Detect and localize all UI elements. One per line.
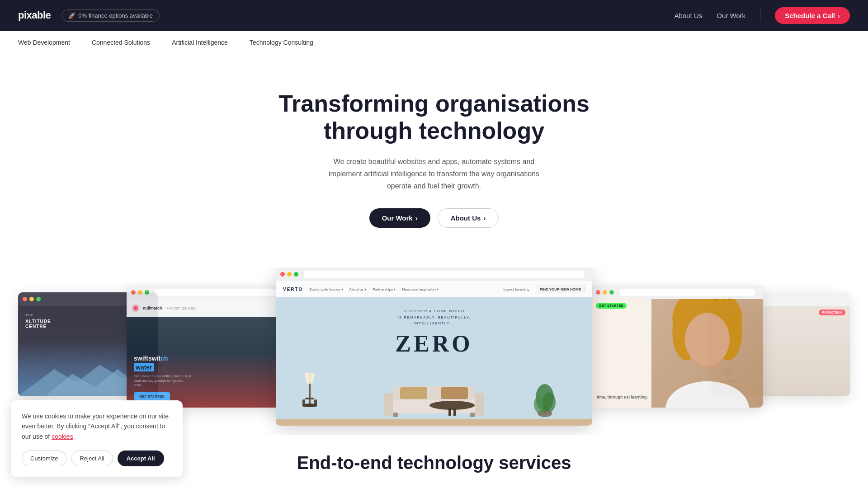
- logo-icon: [131, 304, 140, 313]
- schedule-call-button[interactable]: Schedule a Call ›: [775, 7, 850, 24]
- our-work-button[interactable]: Our Work ›: [369, 208, 430, 228]
- dot-green-left: [145, 290, 149, 295]
- hero-buttons: Our Work › About Us ›: [18, 208, 850, 228]
- browser-right: GET STARTED time, through ual learning: [591, 286, 763, 408]
- browser-bar-left: [127, 286, 298, 299]
- center-content: VERTO Sustainable homes ▾ About us ▾ Par…: [276, 281, 592, 426]
- swiftswitch-btn: GET STARTED: [134, 391, 170, 401]
- browser-left: nullmatch +44 207 193 1424 swiftswitch w…: [127, 286, 298, 408]
- verto-nav-news: News and inspiration ▾: [402, 287, 439, 291]
- svg-rect-9: [400, 387, 427, 399]
- url-bar-right: [620, 289, 755, 296]
- left-hero: swiftswitch water Take control of your u…: [127, 317, 298, 405]
- svg-point-20: [543, 392, 556, 412]
- left-brand: nullmatch: [143, 306, 162, 310]
- portrait-bg: [651, 299, 763, 408]
- dot-red-right: [596, 290, 600, 295]
- reject-all-button[interactable]: Reject All: [71, 450, 113, 466]
- verto-zero: ZERO: [294, 332, 574, 356]
- browser-center: VERTO Sustainable homes ▾ About us ▾ Par…: [276, 267, 592, 426]
- navbar-right: About Us Our Work Schedule a Call ›: [675, 7, 850, 24]
- table-svg: [425, 400, 479, 418]
- promo-badge: PROMOTION: [819, 310, 845, 315]
- get-started: GET STARTED: [134, 392, 170, 401]
- verto-nav: VERTO Sustainable homes ▾ About us ▾ Par…: [276, 281, 592, 297]
- phone-number: +44 207 193 1424: [167, 306, 196, 310]
- right-content: GET STARTED time, through ual learning: [591, 299, 763, 408]
- time-text: time, through ual learning.: [597, 395, 648, 399]
- browser-bar-center: [276, 267, 592, 281]
- plant-svg: [533, 382, 556, 418]
- dot-red-center: [280, 272, 285, 277]
- nav-about-us[interactable]: About Us: [675, 12, 703, 19]
- browser-bar-right: [591, 286, 763, 299]
- hero-section: Transforming organisations through techn…: [0, 54, 868, 267]
- svg-point-13: [429, 401, 475, 410]
- swiftswitch-content: swiftswitch water Take control of your u…: [134, 355, 193, 387]
- nav-our-work[interactable]: Our Work: [717, 12, 745, 19]
- left-content: nullmatch +44 207 193 1424 swiftswitch w…: [127, 299, 298, 408]
- svg-rect-14: [448, 408, 451, 416]
- svg-rect-11: [393, 413, 398, 417]
- url-bar-left: [155, 289, 290, 296]
- cookie-link[interactable]: cookies: [52, 433, 73, 440]
- subnav: Web Development Connected Solutions Arti…: [0, 31, 868, 54]
- lamp: [301, 373, 319, 420]
- svg-point-4: [134, 307, 137, 310]
- url-bar-center: [304, 271, 584, 278]
- left-nav: nullmatch +44 207 193 1424: [127, 299, 298, 317]
- right-text: time, through ual learning.: [597, 394, 648, 401]
- portrait-svg: [651, 299, 763, 408]
- subnav-item-ai[interactable]: Artificial Intelligence: [172, 37, 228, 48]
- verto-nav-item: Sustainable homes ▾: [309, 287, 343, 291]
- coffee-table: [425, 400, 479, 420]
- hero-subtitle: We create beautiful websites and apps, a…: [316, 155, 552, 192]
- about-us-button[interactable]: About Us ›: [438, 208, 499, 228]
- arrow-icon: ›: [838, 12, 840, 19]
- lamp-svg: [301, 373, 319, 418]
- dot-yellow: [29, 297, 34, 301]
- svg-point-25: [302, 404, 317, 407]
- swiftswitch-brand: swiftswitch: [134, 355, 193, 362]
- swiftswitch-sub: Take control of your utilities, find the…: [134, 374, 193, 387]
- customize-button[interactable]: Customize: [22, 450, 66, 466]
- dot-green: [36, 297, 41, 301]
- svg-marker-26: [304, 373, 315, 384]
- arrow-right-icon: ›: [415, 214, 418, 222]
- verto-impact: Impact investing: [503, 287, 529, 291]
- get-started-badge: GET STARTED: [596, 303, 627, 309]
- svg-point-31: [685, 313, 730, 366]
- sofa-scene: [276, 360, 592, 426]
- verto-nav-partnerships: Partnerships ▾: [373, 287, 396, 291]
- verto-hero: DISCOVER A HOME WHICHIS REMARKABLY, BEAU…: [276, 297, 592, 356]
- dot-yellow-left: [138, 290, 142, 295]
- finance-badge: 🚀 0% finance options available: [61, 9, 160, 22]
- floor: [276, 419, 592, 426]
- dot-red-left: [131, 290, 136, 295]
- verto-tagline: DISCOVER A HOME WHICHIS REMARKABLY, BEAU…: [294, 308, 574, 327]
- plant: [533, 382, 556, 420]
- verto-nav-about: About us ▾: [349, 287, 367, 291]
- dot-red: [23, 297, 27, 301]
- accept-all-button[interactable]: Accept All: [118, 450, 164, 466]
- swiftswitch-water: water: [134, 363, 154, 371]
- arrow-right-icon: ›: [483, 214, 486, 222]
- cookie-buttons: Customize Reject All Accept All: [22, 450, 172, 466]
- navbar: pixable 🚀 0% finance options available A…: [0, 0, 868, 31]
- subnav-item-web-dev[interactable]: Web Development: [18, 37, 70, 48]
- svg-point-32: [665, 381, 749, 408]
- logo[interactable]: pixable: [18, 9, 51, 21]
- dot-green-right: [609, 290, 614, 295]
- dot-yellow-center: [287, 272, 292, 277]
- cookie-text: We use cookies to make your experience o…: [22, 411, 172, 441]
- rocket-icon: 🚀: [68, 12, 75, 19]
- verto-cta: FIND YOUR NEW HOME: [536, 286, 585, 293]
- cookie-banner: We use cookies to make your experience o…: [11, 400, 183, 477]
- svg-rect-15: [453, 408, 456, 416]
- subnav-item-tech-consulting[interactable]: Technology Consulting: [250, 37, 313, 48]
- dot-green-center: [294, 272, 298, 277]
- nav-divider: [760, 9, 760, 22]
- svg-rect-22: [305, 398, 314, 399]
- navbar-left: pixable 🚀 0% finance options available: [18, 9, 160, 22]
- subnav-item-connected[interactable]: Connected Solutions: [92, 37, 150, 48]
